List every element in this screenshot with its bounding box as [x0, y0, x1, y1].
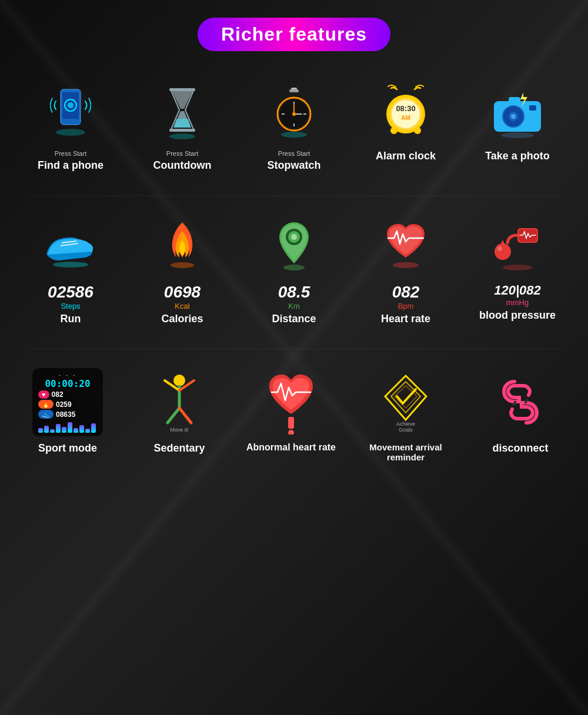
stopwatch-label: Stopwatch	[267, 159, 320, 172]
svg-point-46	[291, 234, 297, 240]
sport-fire-row: 🔥 0259	[38, 400, 97, 409]
svg-point-29	[390, 127, 397, 134]
feature-run: 02586 Steps Run	[15, 208, 126, 331]
feature-sport-mode: - - - 00:00:20 ♥ 082 🔥 0259 👟 08635	[12, 361, 123, 468]
separator-1	[29, 195, 559, 196]
svg-point-22	[292, 112, 296, 116]
alarm-icon: 08:30 AM	[382, 83, 429, 142]
wave-bar-4	[56, 424, 61, 433]
feature-disconnect: disconnect	[465, 361, 576, 468]
sport-heart-badge: ♥	[38, 390, 49, 399]
svg-marker-8	[173, 119, 191, 128]
sport-fire-value: 0259	[56, 400, 72, 409]
wave-bar-10	[91, 423, 96, 433]
feature-sedentary: Move it! Sedentary	[123, 361, 235, 468]
svg-point-53	[503, 265, 532, 270]
calories-label: Calories	[161, 313, 203, 325]
feature-row-2: 02586 Steps Run 0698 Kcal Cal	[12, 208, 576, 331]
run-unit: Steps	[48, 302, 93, 310]
abnormal-heart-icon-container	[259, 367, 323, 437]
sport-dots: - - -	[38, 372, 97, 378]
camera-icon	[491, 86, 544, 139]
feature-stopwatch: Press Start Stopwatch	[238, 75, 350, 178]
movement-reminder-icon-container: Achieve Goals	[373, 367, 438, 437]
svg-text:Goals: Goals	[399, 427, 413, 432]
page-title: Richer features	[198, 18, 390, 51]
sport-steps-badge: 👟	[38, 410, 54, 419]
feature-find-phone: Press Start Find a phone	[15, 75, 126, 178]
bp-label: blood pressure	[479, 309, 556, 322]
feature-blood-pressure: 120|082 mmHg blood pressure	[462, 208, 573, 331]
movement-reminder-label: Movement arrival reminder	[353, 442, 459, 462]
svg-text:Achieve: Achieve	[396, 421, 415, 427]
feature-alarm: 08:30 AM Alarm clock	[350, 75, 462, 178]
heart-rate-number: 082	[392, 283, 420, 302]
sport-steps-row: 👟 08635	[38, 410, 97, 419]
feature-row-3: - - - 00:00:20 ♥ 082 🔥 0259 👟 08635	[12, 361, 576, 468]
svg-line-58	[168, 408, 179, 423]
svg-point-54	[173, 375, 185, 386]
countdown-press-label: Press Start	[166, 150, 198, 157]
sport-time: 00:00:20	[38, 378, 97, 389]
svg-point-30	[414, 127, 421, 134]
shoe-icon	[44, 222, 97, 269]
bp-icon-container	[485, 213, 550, 278]
heart-rate-unit: Bpm	[392, 302, 420, 310]
svg-point-11	[169, 133, 195, 139]
svg-rect-61	[288, 417, 294, 429]
sport-wave	[38, 421, 97, 433]
abnormal-heart-icon	[265, 370, 318, 435]
feature-movement-reminder: Achieve Goals Movement arrival reminder	[347, 361, 465, 468]
heart-rate-icon	[382, 219, 429, 272]
wave-bar-9	[85, 429, 90, 433]
svg-text:Move it!: Move it!	[170, 427, 189, 433]
sport-mode-display: - - - 00:00:20 ♥ 082 🔥 0259 👟 08635	[32, 368, 103, 436]
wave-bar-7	[74, 428, 78, 433]
find-phone-icon-container	[38, 81, 103, 145]
disconnect-label: disconnect	[492, 442, 548, 455]
disconnect-icon	[497, 373, 544, 432]
svg-point-4	[56, 129, 85, 136]
svg-point-23	[281, 132, 307, 138]
photo-label: Take a photo	[485, 150, 550, 162]
calories-number: 0698	[164, 283, 201, 302]
sport-heart-value: 082	[52, 390, 64, 399]
bp-number: 120|082	[494, 283, 541, 298]
alarm-icon-container: 08:30 AM	[373, 81, 438, 145]
person-icon: Move it!	[156, 370, 203, 435]
bp-unit: mmHg	[494, 298, 541, 307]
disconnect-icon-container	[488, 367, 553, 437]
distance-unit: Km	[278, 302, 310, 310]
photo-icon-container	[485, 81, 550, 145]
run-icon-container	[38, 213, 103, 278]
stopwatch-icon	[273, 86, 315, 139]
phone-icon	[50, 86, 91, 139]
sport-steps-value: 08635	[56, 410, 75, 419]
countdown-icon-container	[150, 81, 215, 145]
diamond-check-icon: Achieve Goals	[379, 373, 432, 432]
svg-point-37	[511, 114, 516, 119]
countdown-label: Countdown	[153, 159, 212, 172]
feature-row-1: Press Start Find a phone	[12, 75, 576, 178]
distance-label: Distance	[272, 313, 316, 325]
calories-unit: Kcal	[164, 302, 201, 310]
feature-countdown: Press Start Countdown	[126, 75, 238, 178]
svg-rect-32	[509, 97, 520, 104]
run-number: 02586	[48, 283, 93, 302]
calories-icon-container	[150, 213, 215, 278]
stopwatch-icon-container	[262, 81, 326, 145]
separator-2	[29, 349, 559, 349]
feature-photo: Take a photo	[462, 75, 573, 178]
svg-point-42	[53, 262, 88, 268]
svg-line-59	[179, 408, 191, 423]
svg-point-3	[68, 102, 74, 108]
heart-rate-label: Heart rate	[381, 313, 430, 325]
svg-rect-9	[169, 88, 195, 91]
svg-rect-38	[529, 105, 536, 111]
wave-bar-6	[68, 422, 72, 433]
hourglass-icon	[162, 86, 203, 139]
location-icon	[273, 219, 315, 272]
svg-text:AM: AM	[401, 115, 410, 121]
sedentary-icon-container: Move it!	[147, 367, 212, 437]
wave-bar-3	[50, 429, 55, 433]
